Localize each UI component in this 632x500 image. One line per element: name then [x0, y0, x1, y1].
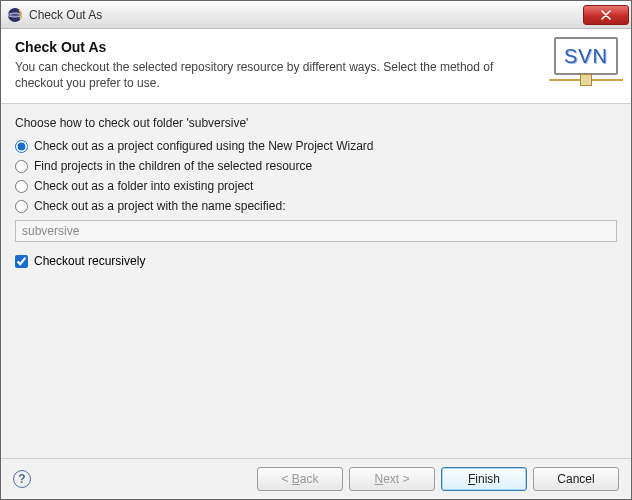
cancel-button[interactable]: Cancel	[533, 467, 619, 491]
dialog-window: Check Out As Check Out As You can checko…	[0, 0, 632, 500]
recursive-checkbox[interactable]	[15, 255, 28, 268]
svn-box: SVN	[554, 37, 618, 75]
radio-option-new-project-wizard[interactable]: Check out as a project configured using …	[15, 139, 617, 153]
close-button[interactable]	[583, 5, 629, 25]
wizard-button-bar: ? < Back Next > Finish Cancel	[1, 458, 631, 499]
finish-label: Finish	[468, 472, 500, 486]
radio-option-named-project[interactable]: Check out as a project with the name spe…	[15, 199, 617, 213]
radio-label: Check out as a project configured using …	[34, 139, 374, 153]
prompt-text: Choose how to check out folder 'subversi…	[15, 116, 617, 130]
radio-option-find-projects[interactable]: Find projects in the children of the sel…	[15, 159, 617, 173]
button-row: < Back Next > Finish Cancel	[257, 467, 619, 491]
radio-label: Check out as a project with the name spe…	[34, 199, 285, 213]
banner-heading: Check Out As	[15, 39, 617, 55]
svn-connector-icon	[549, 71, 623, 89]
recursive-checkbox-row[interactable]: Checkout recursively	[15, 254, 617, 268]
window-title: Check Out As	[29, 8, 583, 22]
radio-label: Check out as a folder into existing proj…	[34, 179, 253, 193]
svn-icon: SVN	[551, 37, 621, 99]
radio-input[interactable]	[15, 200, 28, 213]
banner-description: You can checkout the selected repository…	[15, 59, 495, 91]
radio-label: Find projects in the children of the sel…	[34, 159, 312, 173]
project-name-input[interactable]	[15, 220, 617, 242]
cancel-label: Cancel	[557, 472, 594, 486]
eclipse-icon	[7, 7, 23, 23]
back-button[interactable]: < Back	[257, 467, 343, 491]
next-button[interactable]: Next >	[349, 467, 435, 491]
titlebar: Check Out As	[1, 1, 631, 29]
radio-input[interactable]	[15, 140, 28, 153]
next-label: Next >	[374, 472, 409, 486]
back-label: < Back	[281, 472, 318, 486]
recursive-label: Checkout recursively	[34, 254, 145, 268]
finish-button[interactable]: Finish	[441, 467, 527, 491]
help-button[interactable]: ?	[13, 470, 31, 488]
wizard-content: Choose how to check out folder 'subversi…	[1, 104, 631, 458]
radio-option-folder-existing[interactable]: Check out as a folder into existing proj…	[15, 179, 617, 193]
radio-input[interactable]	[15, 180, 28, 193]
wizard-banner: Check Out As You can checkout the select…	[1, 29, 631, 104]
radio-input[interactable]	[15, 160, 28, 173]
